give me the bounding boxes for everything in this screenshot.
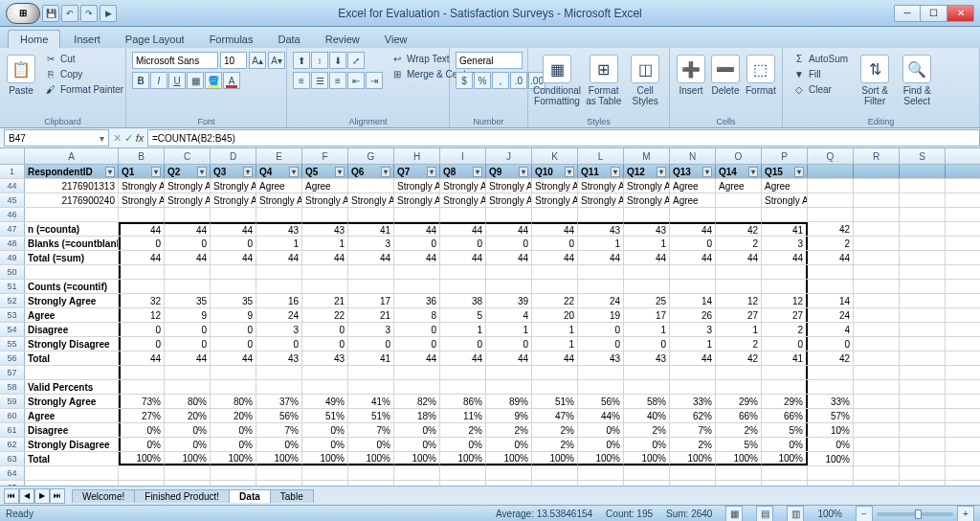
cell[interactable]: 20	[532, 308, 578, 322]
cell[interactable]: 1	[256, 237, 302, 250]
minimize-button[interactable]: ─	[894, 5, 921, 22]
cell[interactable]	[119, 380, 165, 394]
cell[interactable]	[716, 280, 762, 293]
cell[interactable]: 10%	[808, 423, 854, 437]
cell[interactable]: 43	[256, 351, 302, 365]
cell[interactable]: Strongly A	[578, 193, 624, 207]
cell[interactable]: 44	[532, 251, 578, 264]
cell[interactable]: 0	[302, 337, 348, 351]
cell[interactable]	[165, 481, 211, 486]
cell[interactable]	[578, 265, 624, 279]
cell[interactable]: 2%	[624, 423, 670, 437]
cell[interactable]	[394, 208, 440, 221]
cell[interactable]: 3	[762, 237, 808, 250]
cell[interactable]: 24	[578, 294, 624, 307]
cell[interactable]: 41%	[348, 395, 394, 408]
cell[interactable]: 66%	[762, 409, 808, 422]
cell[interactable]	[716, 208, 762, 221]
cell[interactable]	[211, 280, 256, 293]
cell[interactable]	[256, 366, 302, 379]
column-header-J[interactable]: J	[486, 148, 532, 164]
cell[interactable]: 0%	[440, 438, 486, 451]
cell[interactable]	[25, 366, 119, 379]
cell[interactable]: 0	[348, 337, 394, 351]
cell[interactable]: 0	[302, 323, 348, 336]
cell[interactable]: 0	[440, 337, 486, 351]
cell[interactable]: 2%	[486, 423, 532, 437]
column-header-C[interactable]: C	[165, 148, 211, 164]
cell[interactable]	[624, 366, 670, 379]
cell[interactable]: 12	[716, 294, 762, 307]
cell[interactable]: 2%	[716, 423, 762, 437]
cell[interactable]: 0%	[578, 423, 624, 437]
cell[interactable]: 44	[211, 351, 256, 365]
cell[interactable]: 0%	[211, 438, 256, 451]
currency-button[interactable]: $	[456, 72, 473, 89]
cell[interactable]: 44	[165, 351, 211, 365]
cell[interactable]	[302, 380, 348, 394]
cell[interactable]	[256, 280, 302, 293]
cell[interactable]	[486, 265, 532, 279]
cell[interactable]: 43	[578, 222, 624, 236]
cell[interactable]: Strongly A	[440, 193, 486, 207]
tab-insert[interactable]: Insert	[62, 31, 112, 48]
cell[interactable]: Agree	[302, 179, 348, 193]
cell[interactable]	[854, 179, 900, 193]
cell[interactable]	[854, 337, 900, 351]
cell[interactable]	[900, 294, 946, 307]
cell[interactable]: 14	[670, 294, 716, 307]
cell[interactable]	[854, 265, 900, 279]
cell[interactable]	[808, 481, 854, 486]
column-header-N[interactable]: N	[670, 148, 716, 164]
cell[interactable]	[670, 280, 716, 293]
italic-button[interactable]: I	[150, 72, 167, 89]
cell[interactable]	[532, 265, 578, 279]
cell[interactable]	[900, 466, 946, 480]
cell[interactable]	[900, 280, 946, 293]
fx-button[interactable]: ✕✓fx	[109, 132, 147, 145]
cell[interactable]: Disagree	[25, 423, 119, 437]
align-middle-button[interactable]: ↕	[311, 52, 328, 69]
cell[interactable]: 0	[440, 237, 486, 250]
filter-dropdown-icon[interactable]: ▾	[702, 167, 712, 177]
cell[interactable]: 44	[394, 351, 440, 365]
cell[interactable]	[119, 208, 165, 221]
cell[interactable]	[808, 265, 854, 279]
cell[interactable]: 0	[119, 337, 165, 351]
row-header[interactable]: 46	[0, 208, 25, 221]
cell[interactable]: Q5▾	[302, 165, 348, 178]
cell[interactable]: Strongly Agree	[762, 193, 808, 207]
cell[interactable]: 2	[808, 237, 854, 250]
cell[interactable]: Strongly A	[211, 179, 256, 193]
cell[interactable]: 5%	[762, 423, 808, 437]
cell[interactable]: 12	[762, 294, 808, 307]
spreadsheet-grid[interactable]: ABCDEFGHIJKLMNOPQRS 1RespondentID▾Q1▾Q2▾…	[0, 148, 980, 486]
cell[interactable]: 100%	[394, 452, 440, 465]
cell[interactable]: Strongly A	[578, 179, 624, 193]
cell[interactable]	[256, 481, 302, 486]
cell[interactable]	[578, 481, 624, 486]
column-header-P[interactable]: P	[762, 148, 808, 164]
cell[interactable]	[532, 380, 578, 394]
cell[interactable]	[900, 179, 946, 193]
cell[interactable]	[348, 280, 394, 293]
cell[interactable]: Agree	[256, 179, 302, 193]
cell[interactable]: 0	[578, 323, 624, 336]
indent-dec-button[interactable]: ⇤	[347, 72, 365, 89]
sort-filter-button[interactable]: ⇅Sort & Filter	[856, 52, 894, 111]
cell[interactable]	[762, 481, 808, 486]
cell[interactable]: 41	[348, 222, 394, 236]
cell[interactable]: Blanks (=countblank)	[25, 237, 119, 250]
cell[interactable]	[900, 251, 946, 264]
cell[interactable]	[854, 380, 900, 394]
border-button[interactable]: ▦	[187, 72, 204, 89]
cell[interactable]	[670, 208, 716, 221]
cell[interactable]	[716, 481, 762, 486]
cell[interactable]: 5%	[716, 438, 762, 451]
cell[interactable]: 44	[486, 251, 532, 264]
filter-dropdown-icon[interactable]: ▾	[197, 167, 207, 177]
cell[interactable]: 27%	[119, 409, 165, 422]
cell[interactable]: 22	[532, 294, 578, 307]
cell[interactable]: 66%	[716, 409, 762, 422]
cell[interactable]: 35	[165, 294, 211, 307]
